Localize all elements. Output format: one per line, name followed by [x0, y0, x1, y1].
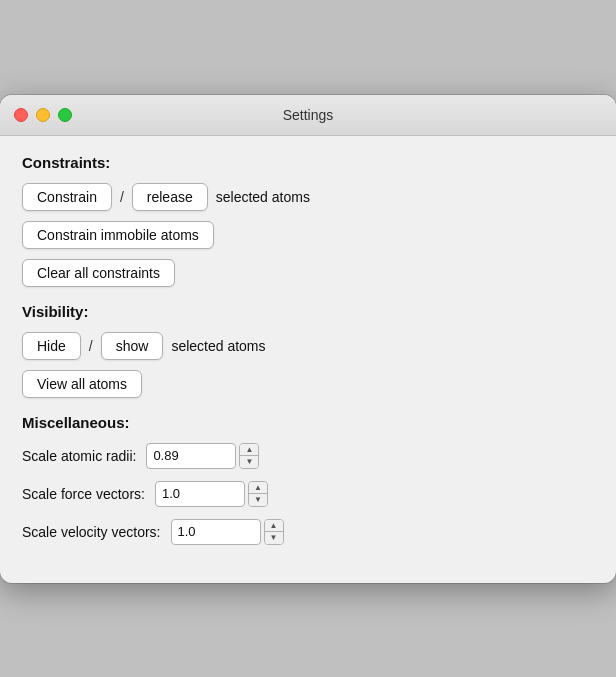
- view-all-atoms-button[interactable]: View all atoms: [22, 370, 142, 398]
- scale-force-label: Scale force vectors:: [22, 486, 145, 502]
- scale-radii-spin-buttons: ▲ ▼: [239, 443, 259, 469]
- constrain-immobile-row: Constrain immobile atoms: [22, 221, 594, 249]
- minimize-button[interactable]: [36, 108, 50, 122]
- view-all-row: View all atoms: [22, 370, 594, 398]
- scale-force-row: Scale force vectors: ▲ ▼: [22, 481, 594, 507]
- scale-radii-down-button[interactable]: ▼: [240, 456, 258, 468]
- constrain-selected-atoms-label: selected atoms: [216, 189, 310, 205]
- visibility-separator: /: [89, 338, 93, 354]
- scale-force-input[interactable]: [155, 481, 245, 507]
- scale-radii-up-button[interactable]: ▲: [240, 444, 258, 456]
- miscellaneous-header: Miscellaneous:: [22, 414, 594, 431]
- settings-window: Settings Constraints: Constrain / releas…: [0, 95, 616, 583]
- clear-constraints-row: Clear all constraints: [22, 259, 594, 287]
- constrain-separator: /: [120, 189, 124, 205]
- constraints-header: Constraints:: [22, 154, 594, 171]
- scale-radii-input[interactable]: [146, 443, 236, 469]
- close-button[interactable]: [14, 108, 28, 122]
- scale-velocity-up-button[interactable]: ▲: [265, 520, 283, 532]
- scale-force-up-button[interactable]: ▲: [249, 482, 267, 494]
- scale-velocity-spin-buttons: ▲ ▼: [264, 519, 284, 545]
- visibility-selected-atoms-label: selected atoms: [171, 338, 265, 354]
- scale-radii-spinner: ▲ ▼: [146, 443, 259, 469]
- maximize-button[interactable]: [58, 108, 72, 122]
- scale-velocity-input[interactable]: [171, 519, 261, 545]
- hide-show-row: Hide / show selected atoms: [22, 332, 594, 360]
- scale-radii-row: Scale atomic radii: ▲ ▼: [22, 443, 594, 469]
- scale-force-down-button[interactable]: ▼: [249, 494, 267, 506]
- scale-velocity-label: Scale velocity vectors:: [22, 524, 161, 540]
- visibility-section: Visibility: Hide / show selected atoms V…: [22, 303, 594, 398]
- constraints-section: Constraints: Constrain / release selecte…: [22, 154, 594, 287]
- scale-velocity-down-button[interactable]: ▼: [265, 532, 283, 544]
- hide-button[interactable]: Hide: [22, 332, 81, 360]
- release-button[interactable]: release: [132, 183, 208, 211]
- scale-force-spinner: ▲ ▼: [155, 481, 268, 507]
- scale-velocity-spinner: ▲ ▼: [171, 519, 284, 545]
- titlebar: Settings: [0, 95, 616, 136]
- show-button[interactable]: show: [101, 332, 164, 360]
- clear-all-constraints-button[interactable]: Clear all constraints: [22, 259, 175, 287]
- content-area: Constraints: Constrain / release selecte…: [0, 136, 616, 583]
- scale-radii-label: Scale atomic radii:: [22, 448, 136, 464]
- constrain-immobile-button[interactable]: Constrain immobile atoms: [22, 221, 214, 249]
- constrain-release-row: Constrain / release selected atoms: [22, 183, 594, 211]
- traffic-lights: [14, 108, 72, 122]
- visibility-header: Visibility:: [22, 303, 594, 320]
- window-title: Settings: [283, 107, 334, 123]
- miscellaneous-section: Miscellaneous: Scale atomic radii: ▲ ▼ S…: [22, 414, 594, 545]
- constrain-button[interactable]: Constrain: [22, 183, 112, 211]
- scale-velocity-row: Scale velocity vectors: ▲ ▼: [22, 519, 594, 545]
- scale-force-spin-buttons: ▲ ▼: [248, 481, 268, 507]
